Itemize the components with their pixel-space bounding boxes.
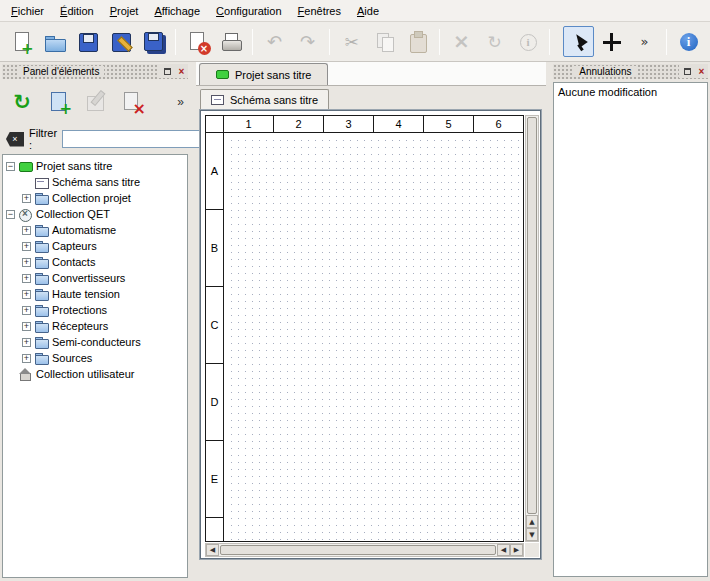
tree-expander[interactable]: + — [22, 194, 31, 203]
diagram-header-corner — [206, 116, 224, 133]
close-panel-button[interactable]: × — [175, 65, 188, 78]
menu-item-configuration[interactable]: Configuration — [208, 2, 289, 20]
tree-item[interactable]: +Capteurs — [3, 238, 187, 254]
save-button[interactable] — [72, 26, 103, 57]
scroll-up-button[interactable]: ▲ — [526, 515, 538, 528]
menu-item-edition[interactable]: Édition — [52, 2, 102, 20]
tree-item-label: Protections — [52, 304, 111, 316]
menu-item-projet[interactable]: Projet — [102, 2, 147, 20]
new-document-button[interactable] — [6, 26, 37, 57]
tree-item[interactable]: Schéma sans titre — [3, 174, 187, 190]
select-mode-button[interactable] — [563, 26, 594, 57]
tree-item[interactable]: +Semi-conducteurs — [3, 334, 187, 350]
paste-button[interactable] — [402, 26, 433, 57]
toolbar-separator — [175, 29, 176, 55]
tree-item[interactable]: −Projet sans titre — [3, 158, 187, 174]
clear-filter-button[interactable]: × — [6, 132, 24, 147]
tree-expander[interactable]: − — [6, 210, 15, 219]
arrow-up-icon: ▲ — [529, 518, 534, 526]
undo-panel-title: Annulations — [574, 66, 636, 77]
print-button[interactable] — [215, 26, 246, 57]
menu-item-affichage[interactable]: Affichage — [146, 2, 208, 20]
tree-expander[interactable]: + — [22, 354, 31, 363]
diagram-canvas[interactable] — [225, 134, 523, 541]
menu-item-aide[interactable]: Aide — [349, 2, 387, 20]
tree-item[interactable]: +Sources — [3, 350, 187, 366]
undo-panel-titlebar[interactable]: Annulations × — [553, 64, 708, 79]
scroll-right-button[interactable]: ▶ — [510, 544, 523, 556]
new-element-button[interactable] — [44, 87, 74, 117]
toolbar-overflow-button[interactable]: » — [629, 26, 660, 57]
tree-item[interactable]: +Récepteurs — [3, 318, 187, 334]
save-all-button[interactable] — [138, 26, 169, 57]
element-panel-titlebar[interactable]: Panel d'éléments × — [2, 64, 188, 79]
element-panel-titlebar-buttons: × — [159, 65, 188, 78]
rotate-button[interactable] — [479, 26, 510, 57]
redo-button[interactable] — [292, 26, 323, 57]
cut-button[interactable] — [336, 26, 367, 57]
cursor-arrow-icon — [567, 30, 591, 54]
tree-expander[interactable]: + — [22, 306, 31, 315]
toolbar-separator — [439, 29, 440, 55]
tree-item[interactable]: +Automatisme — [3, 222, 187, 238]
move-mode-button[interactable] — [596, 26, 627, 57]
scroll-left-button-2[interactable]: ◀ — [497, 544, 510, 556]
tree-expander[interactable]: + — [22, 226, 31, 235]
tree-item[interactable]: Collection utilisateur — [3, 366, 187, 382]
undo-history-list[interactable]: Aucune modification — [553, 82, 708, 577]
column-header: 3 — [324, 116, 374, 132]
tree-item[interactable]: +Collection projet — [3, 190, 187, 206]
close-file-button[interactable] — [182, 26, 213, 57]
left-splitter[interactable] — [190, 62, 196, 581]
folder-icon — [35, 320, 48, 333]
element-info-button[interactable] — [512, 26, 543, 57]
edit-element-button[interactable] — [81, 87, 111, 117]
row-header: A — [206, 133, 223, 210]
tree-expander[interactable]: + — [22, 258, 31, 267]
tree-expander[interactable]: + — [22, 274, 31, 283]
vertical-scrollbar[interactable]: ▲ ▼ — [525, 115, 539, 542]
save-as-icon — [109, 30, 133, 54]
scroll-down-button[interactable]: ▼ — [526, 528, 538, 541]
menu-item-fenetres[interactable]: Fenêtres — [290, 2, 349, 20]
tree-expander[interactable]: + — [22, 242, 31, 251]
reload-collections-button[interactable] — [7, 87, 37, 117]
panel-overflow-button[interactable]: » — [177, 95, 184, 109]
close-undo-panel-button[interactable]: × — [695, 65, 708, 78]
undo-button[interactable] — [259, 26, 290, 57]
menu-item-fichier[interactable]: Fichier — [3, 2, 52, 20]
tree-expander[interactable]: + — [22, 290, 31, 299]
scroll-left-button[interactable]: ◀ — [206, 544, 219, 556]
float-undo-panel-button[interactable] — [681, 65, 694, 78]
about-qet-button[interactable] — [673, 26, 704, 57]
filter-row: × Filtrer : — [2, 128, 188, 150]
toolbar-separator — [666, 29, 667, 55]
horizontal-scrollbar[interactable]: ◀ ◀ ▶ — [205, 543, 524, 557]
user-collection-icon — [19, 368, 32, 381]
delete-button[interactable] — [446, 26, 477, 57]
open-document-button[interactable] — [39, 26, 70, 57]
element-tree: −Projet sans titreSchéma sans titre+Coll… — [2, 154, 188, 578]
tab-project[interactable]: Projet sans titre — [199, 63, 328, 85]
copy-button[interactable] — [369, 26, 400, 57]
tree-item[interactable]: +Convertisseurs — [3, 270, 187, 286]
info-blue-icon — [677, 30, 701, 54]
tree-item-label: Collection QET — [36, 208, 114, 220]
float-panel-button[interactable] — [161, 65, 174, 78]
tab-schema[interactable]: Schéma sans titre — [200, 89, 329, 110]
close-icon: × — [179, 65, 185, 78]
vertical-scrollbar-thumb[interactable] — [527, 117, 537, 514]
tree-expander[interactable]: − — [6, 162, 15, 171]
tree-item[interactable]: +Protections — [3, 302, 187, 318]
tree-item[interactable]: +Haute tension — [3, 286, 187, 302]
save-as-button[interactable] — [105, 26, 136, 57]
delete-element-button[interactable] — [118, 87, 148, 117]
folder-icon — [35, 224, 48, 237]
tree-item[interactable]: −Collection QET — [3, 206, 187, 222]
tree-expander[interactable]: + — [22, 322, 31, 331]
tree-expander[interactable]: + — [22, 338, 31, 347]
tree-item[interactable]: +Contacts — [3, 254, 187, 270]
horizontal-scrollbar-thumb[interactable] — [220, 545, 496, 555]
save-icon — [76, 30, 100, 54]
column-header: 6 — [474, 116, 523, 132]
